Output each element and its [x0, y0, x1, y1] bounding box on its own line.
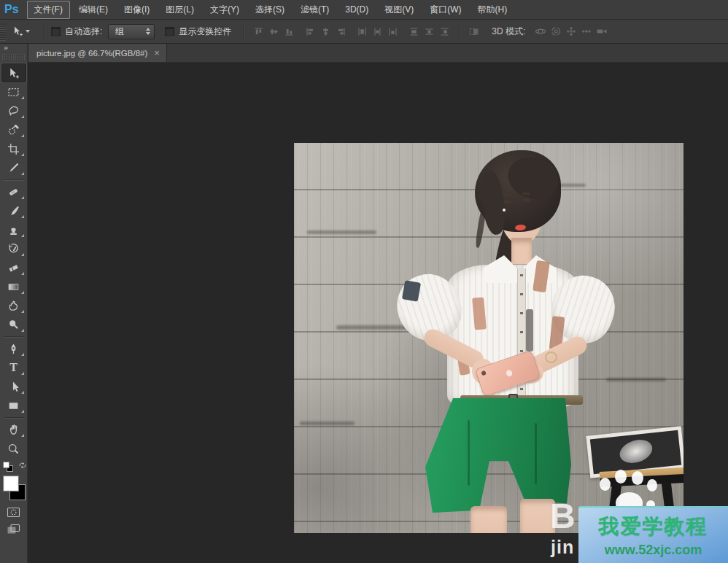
canvas-workspace[interactable]: B jin 我爱学教程 www.52xjc.com [28, 63, 728, 563]
distribute-right-button[interactable] [438, 24, 452, 39]
3d-slide-button[interactable] [579, 24, 593, 39]
eyedropper-tool[interactable] [1, 158, 26, 177]
quick-mask-icon [7, 507, 20, 518]
align-vcenter-button[interactable] [267, 24, 281, 39]
chevron-down-icon [26, 30, 30, 33]
crop-icon [7, 143, 20, 155]
menu-type[interactable]: 文字(Y) [203, 1, 247, 19]
mode-3d-label: 3D 模式: [492, 26, 525, 38]
toolbar-grip[interactable] [2, 54, 25, 61]
photoshop-logo: Ps [4, 3, 19, 16]
menu-layer[interactable]: 图层(L) [158, 1, 201, 19]
menu-3d[interactable]: 3D(D) [338, 1, 376, 18]
dodge-tool[interactable] [1, 315, 26, 334]
menu-help[interactable]: 帮助(H) [471, 1, 515, 19]
auto-align-layers-button[interactable] [467, 24, 481, 39]
site-watermark-box: 我爱学教程 www.52xjc.com [578, 506, 728, 563]
3d-drag-button[interactable] [564, 24, 578, 39]
distribute-hcenter-button[interactable] [422, 24, 436, 39]
auto-select-target-dropdown[interactable]: 组 [108, 24, 155, 39]
eyedropper-icon [7, 162, 20, 174]
current-tool-preview[interactable] [12, 26, 30, 37]
distribute-top-button[interactable] [355, 24, 369, 39]
foreground-color-swatch[interactable] [3, 475, 19, 492]
distribute-vcenter-button[interactable] [371, 24, 384, 39]
zoom-icon [7, 443, 20, 455]
toolbar-collapse-button[interactable]: » [0, 44, 27, 53]
site-watermark-title: 我爱学教程 [578, 513, 728, 540]
menu-view[interactable]: 视图(V) [377, 1, 421, 19]
dropdown-value: 组 [115, 26, 146, 38]
menu-select[interactable]: 选择(S) [248, 1, 292, 19]
screen-mode-button[interactable] [1, 521, 26, 538]
menu-image[interactable]: 图像(I) [117, 1, 157, 19]
history-brush-tool[interactable] [1, 239, 26, 258]
flyout-indicator [21, 234, 24, 237]
auto-select-checkbox[interactable] [51, 27, 61, 36]
3d-roll-button[interactable] [549, 24, 562, 39]
flyout-indicator [21, 96, 24, 99]
clone-stamp-tool[interactable] [1, 220, 26, 239]
crop-tool[interactable] [1, 139, 26, 158]
color-swatches [1, 475, 26, 502]
menu-file[interactable]: 文件(F) [27, 1, 70, 19]
smudge-icon [7, 300, 20, 312]
distribute-bottom-button[interactable] [386, 24, 400, 39]
align-right-button[interactable] [334, 24, 348, 39]
gradient-tool[interactable] [1, 277, 26, 296]
show-transform-label: 显示变换控件 [179, 26, 231, 38]
type-tool[interactable]: T [1, 358, 26, 377]
healing-brush-tool[interactable] [1, 182, 26, 201]
default-colors-control[interactable] [2, 461, 18, 474]
distribute-left-button[interactable] [407, 24, 421, 39]
move-cursor-icon [12, 26, 23, 37]
flyout-indicator [21, 153, 24, 156]
flyout-indicator [21, 353, 24, 356]
hand-icon [7, 424, 20, 436]
show-transform-checkbox[interactable] [165, 27, 174, 36]
pen-tool[interactable] [1, 339, 26, 358]
zoom-tool[interactable] [1, 439, 26, 458]
lasso-tool[interactable] [1, 101, 26, 120]
path-select-tool[interactable] [1, 377, 26, 396]
lasso-icon [7, 105, 20, 117]
wood-streak [606, 378, 666, 381]
menu-edit[interactable]: 编辑(E) [71, 1, 115, 19]
smudge-tool[interactable] [1, 296, 26, 315]
history-brush-icon [7, 243, 20, 255]
align-bottom-button[interactable] [282, 24, 296, 39]
quick-select-tool[interactable] [1, 120, 26, 139]
phone-camera [481, 370, 487, 376]
align-top-button[interactable] [252, 24, 266, 39]
blouse-print-dark [526, 309, 533, 352]
tools-panel: » [0, 44, 28, 563]
hand-tool[interactable] [1, 420, 26, 439]
dodge-icon [7, 319, 20, 331]
menu-filter[interactable]: 滤镜(T) [293, 1, 336, 19]
flyout-indicator [21, 196, 24, 199]
menu-bar: Ps 文件(F) 编辑(E) 图像(I) 图层(L) 文字(Y) 选择(S) 滤… [0, 0, 728, 20]
menu-window[interactable]: 窗口(W) [422, 1, 468, 19]
document-tab[interactable]: picture.jpg @ 66.7%(RGB/8#) × [29, 44, 167, 62]
separator [44, 23, 44, 39]
flyout-indicator [21, 310, 24, 313]
quick-select-icon [7, 124, 20, 136]
separator [244, 23, 244, 39]
brush-tool[interactable] [1, 201, 26, 220]
tab-close-icon[interactable]: × [154, 48, 160, 58]
rect-marquee-tool[interactable] [1, 82, 26, 101]
wood-streak [300, 422, 355, 425]
clone-stamp-icon [7, 224, 20, 236]
align-hcenter-button[interactable] [319, 24, 333, 39]
quick-mask-button[interactable] [1, 503, 26, 521]
3d-rotate-button[interactable] [533, 24, 547, 39]
move-tool[interactable] [1, 63, 26, 82]
sleeve-print-dark [402, 280, 421, 301]
3d-scale-camera-button[interactable] [595, 24, 608, 39]
rectangle-tool[interactable] [1, 396, 26, 415]
flyout-indicator [21, 391, 24, 394]
flyout-indicator [21, 253, 24, 256]
align-left-button[interactable] [303, 24, 317, 39]
flyout-indicator [21, 291, 24, 294]
eraser-tool[interactable] [1, 258, 26, 277]
